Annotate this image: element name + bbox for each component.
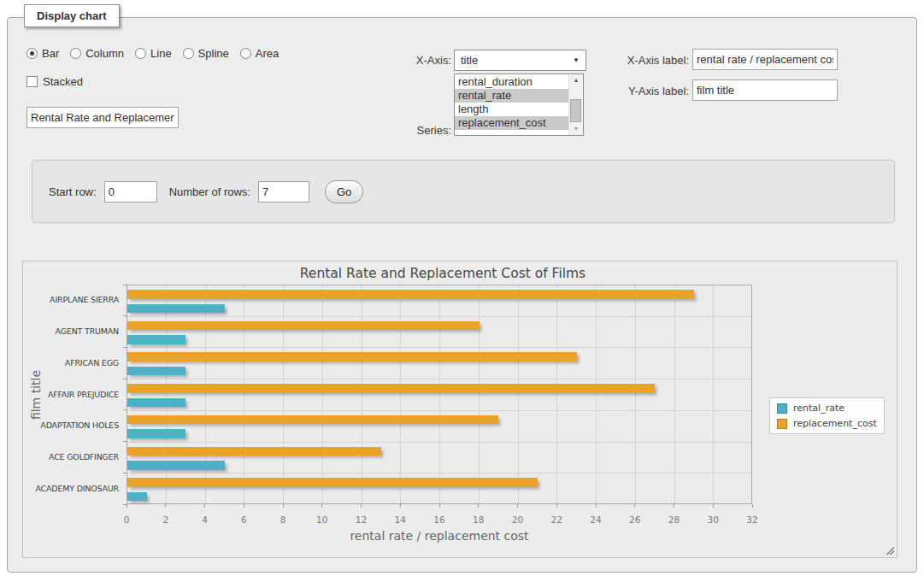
gridline-vertical xyxy=(479,285,480,503)
x-tick-label: 4 xyxy=(188,514,222,525)
radio-spline-label: Spline xyxy=(198,47,229,60)
number-of-rows-label: Number of rows: xyxy=(169,185,250,198)
panel-title: Display chart xyxy=(24,4,120,27)
go-button[interactable]: Go xyxy=(325,180,363,203)
radio-line[interactable]: Line xyxy=(135,47,172,60)
radio-spline-control[interactable] xyxy=(183,48,194,59)
x-tick-mark xyxy=(127,504,127,508)
gridline-vertical xyxy=(400,285,401,503)
radio-spline[interactable]: Spline xyxy=(183,47,229,60)
radio-column[interactable]: Column xyxy=(70,47,124,60)
number-of-rows-input[interactable] xyxy=(258,181,309,203)
bar-rental_rate xyxy=(127,461,225,470)
x-tick-label: 32 xyxy=(735,514,769,525)
scrollbar-thumb[interactable] xyxy=(570,99,581,122)
gridline-vertical xyxy=(635,285,636,503)
y-tick-mark xyxy=(123,504,127,505)
gridline-vertical xyxy=(518,285,519,503)
series-scrollbar[interactable]: ▲ ▼ xyxy=(568,74,583,135)
x-tick-mark xyxy=(713,504,714,508)
legend-swatch-replacement_cost xyxy=(777,419,787,429)
gridline-vertical xyxy=(674,285,675,503)
y-axis-label-input[interactable] xyxy=(692,79,838,101)
bar-replacement_cost xyxy=(127,352,577,362)
y-tick-mark xyxy=(123,347,127,348)
series-option-rental-duration[interactable]: rental_duration xyxy=(455,75,568,89)
radio-area-control[interactable] xyxy=(240,48,251,59)
series-listbox[interactable]: rental_duration rental_rate length repla… xyxy=(454,73,584,136)
gridline-vertical xyxy=(205,285,206,503)
stacked-checkbox-control[interactable] xyxy=(26,76,38,87)
x-tick-mark xyxy=(634,504,635,508)
x-tick-mark xyxy=(283,504,284,508)
bar-replacement_cost xyxy=(127,415,498,425)
bar-replacement_cost xyxy=(127,447,381,456)
x-axis-title: rental rate / replacement cost xyxy=(127,529,752,543)
y-axis-title-text: film title xyxy=(29,369,43,419)
chevron-down-icon: ▼ xyxy=(573,56,580,64)
scroll-down-icon[interactable]: ▼ xyxy=(574,125,580,133)
x-tick-label: 6 xyxy=(227,514,261,525)
radio-line-control[interactable] xyxy=(135,48,146,59)
start-row-label: Start row: xyxy=(49,185,97,198)
series-option-length[interactable]: length xyxy=(455,103,568,116)
x-tick-label: 16 xyxy=(422,514,456,525)
x-tick-label: 22 xyxy=(539,514,574,525)
y-axis-title: film title xyxy=(25,285,47,504)
radio-column-label: Column xyxy=(85,47,124,60)
x-tick-label: 8 xyxy=(266,514,300,525)
x-tick-mark xyxy=(361,504,362,508)
x-tick-label: 26 xyxy=(618,514,652,525)
resize-grip-icon[interactable] xyxy=(885,545,894,555)
radio-bar[interactable]: Bar xyxy=(26,47,59,60)
x-tick-mark xyxy=(400,504,401,508)
legend-label: replacement_cost xyxy=(793,418,877,429)
y-axis-label-field-label: Y-Axis label: xyxy=(589,85,689,97)
x-tick-label: 28 xyxy=(657,514,692,525)
bar-replacement_cost xyxy=(127,478,538,487)
x-axis-label-input[interactable] xyxy=(692,49,838,70)
y-tick-mark xyxy=(123,285,127,285)
bar-rental_rate xyxy=(127,304,225,314)
x-tick-label: 24 xyxy=(579,514,613,525)
x-axis-select-value: title xyxy=(461,54,478,67)
x-tick-mark xyxy=(321,504,322,508)
bar-rental_rate xyxy=(127,492,147,502)
gridline-horizontal xyxy=(127,410,751,411)
x-tick-mark xyxy=(165,504,166,508)
series-options: rental_duration rental_rate length repla… xyxy=(455,74,568,135)
bar-replacement_cost xyxy=(127,384,655,393)
series-option-rental-rate[interactable]: rental_rate xyxy=(455,89,568,103)
x-tick-label: 20 xyxy=(501,514,535,525)
stacked-checkbox[interactable]: Stacked xyxy=(26,75,83,88)
x-tick-mark xyxy=(556,504,557,508)
x-axis-label-field-label: X-Axis label: xyxy=(589,54,689,67)
chart-legend: rental_ratereplacement_cost xyxy=(769,397,885,434)
y-tick-mark xyxy=(123,409,127,410)
bar-rental_rate xyxy=(127,367,185,376)
gridline-horizontal xyxy=(127,442,751,443)
radio-bar-control[interactable] xyxy=(26,48,38,59)
radio-area[interactable]: Area xyxy=(240,47,279,60)
y-tick-mark xyxy=(123,379,127,379)
row-range-panel: Start row: Number of rows: Go xyxy=(32,160,895,223)
x-axis-select[interactable]: title ▼ xyxy=(454,50,586,71)
radio-line-label: Line xyxy=(150,47,172,60)
chart-title: Rental Rate and Replacement Cost of Film… xyxy=(23,266,862,281)
x-tick-label: 30 xyxy=(696,514,730,525)
gridline-vertical xyxy=(362,285,362,503)
legend-row: rental_rate xyxy=(777,403,877,414)
legend-label: rental_rate xyxy=(793,403,845,414)
chart-title-input[interactable] xyxy=(26,107,179,128)
start-row-input[interactable] xyxy=(104,181,157,203)
radio-column-control[interactable] xyxy=(70,48,81,59)
x-tick-mark xyxy=(596,504,597,508)
stacked-label: Stacked xyxy=(43,75,83,88)
x-tick-label: 12 xyxy=(344,514,379,525)
scroll-up-icon[interactable]: ▲ xyxy=(574,76,580,85)
gridline-vertical xyxy=(322,285,323,503)
series-option-replacement-cost[interactable]: replacement_cost xyxy=(455,116,568,130)
x-tick-mark xyxy=(204,504,205,508)
gridline-vertical xyxy=(283,285,284,503)
gridline-vertical xyxy=(439,285,440,503)
